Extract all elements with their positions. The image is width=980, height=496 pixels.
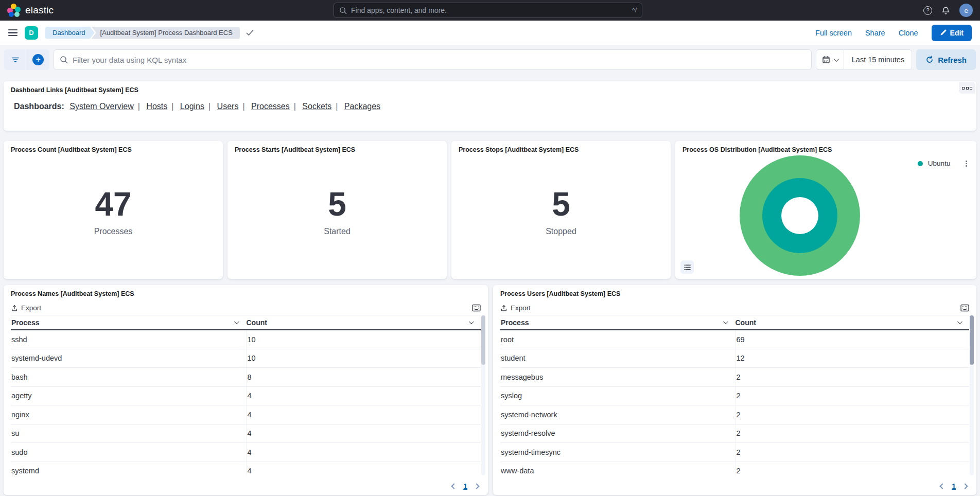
table-scrollbar[interactable] [481, 315, 485, 475]
column-header-process[interactable]: Process [500, 318, 735, 327]
link-system-overview[interactable]: System Overview [69, 102, 133, 111]
keyboard-shortcuts-icon[interactable] [472, 304, 481, 312]
user-avatar[interactable]: e [959, 4, 973, 17]
legend-toggle-button[interactable] [680, 260, 694, 274]
breadcrumb: Dashboard [Auditbeat System] Process Das… [45, 27, 254, 39]
table-body: root69 student12 messagebus2 syslog2 sys… [500, 330, 969, 475]
page-1-button[interactable]: 1 [952, 482, 956, 490]
global-search[interactable]: ^/ [334, 3, 642, 18]
calendar-icon [822, 56, 830, 64]
share-link[interactable]: Share [865, 29, 885, 37]
previous-page-button[interactable] [940, 483, 946, 489]
menu-icon[interactable] [8, 29, 18, 37]
full-screen-link[interactable]: Full screen [815, 29, 852, 37]
link-hosts[interactable]: Hosts [146, 102, 167, 111]
donut-hole [781, 197, 818, 234]
filter-actions-group: + [4, 49, 49, 70]
table-row: systemd-network2 [500, 405, 969, 424]
table-header-row: Process Count [11, 315, 481, 330]
global-search-input[interactable] [351, 6, 628, 14]
link-users[interactable]: Users [217, 102, 239, 111]
breadcrumb-dashboard[interactable]: Dashboard [45, 27, 95, 39]
keyboard-shortcuts-icon[interactable] [960, 304, 969, 312]
panel-dashboard-links: Dashboard Links [Auditbeat System] ECS D… [4, 81, 976, 131]
previous-page-button[interactable] [451, 483, 457, 489]
panel-options-icon[interactable] [959, 82, 975, 94]
stats-row: Process Count [Auditbeat System] ECS 47 … [4, 141, 976, 279]
table-row: bash8 [11, 368, 481, 387]
table-body: sshd10 systemd-udevd10 bash8 agetty4 ngi… [11, 330, 481, 475]
process-stops-value: 5 [552, 188, 570, 221]
link-logins[interactable]: Logins [180, 102, 204, 111]
space-badge[interactable]: D [25, 26, 38, 40]
column-header-count[interactable]: Count [246, 318, 481, 327]
plus-icon: + [32, 54, 44, 65]
export-button-label: Export [21, 304, 41, 312]
column-header-count[interactable]: Count [735, 318, 970, 327]
elastic-logo-icon [7, 4, 21, 17]
breadcrumb-current-dashboard[interactable]: [Auditbeat System] Process Dashboard ECS [92, 27, 240, 39]
table-row: nginx4 [11, 405, 481, 424]
chevron-down-icon [957, 319, 962, 324]
check-icon [246, 29, 254, 36]
filter-menu-button[interactable] [4, 49, 27, 70]
date-quick-select-button[interactable] [816, 49, 844, 70]
panel-process-starts: Process Starts [Auditbeat System] ECS 5 … [227, 141, 447, 279]
page-1-button[interactable]: 1 [463, 482, 467, 490]
export-button[interactable]: Export [11, 304, 41, 312]
process-stops-label: Stopped [546, 227, 576, 236]
chevron-down-icon [723, 319, 728, 324]
edit-button[interactable]: Edit [932, 25, 972, 41]
next-page-button[interactable] [474, 483, 479, 489]
legend-dot-ubuntu [918, 161, 923, 166]
scrollbar-thumb[interactable] [481, 315, 485, 365]
next-page-button[interactable] [962, 483, 968, 489]
table-header-row: Process Count [500, 315, 969, 330]
link-packages[interactable]: Packages [344, 102, 380, 111]
pagination: 1 [452, 482, 479, 490]
panel-title: Process Names [Auditbeat System] ECS [4, 285, 488, 297]
panel-title: Process OS Distribution [Auditbeat Syste… [675, 141, 976, 153]
kql-query-input[interactable] [73, 56, 806, 64]
help-icon[interactable]: ? [923, 6, 932, 15]
filter-icon [11, 56, 20, 64]
brand-text: elastic [25, 5, 54, 16]
process-starts-label: Started [324, 227, 351, 236]
table-row: www-data2 [500, 462, 969, 476]
table-row: root69 [500, 330, 969, 349]
table-row: agetty4 [11, 387, 481, 406]
navbar: D Dashboard [Auditbeat System] Process D… [0, 21, 980, 45]
table-row: student12 [500, 349, 969, 368]
process-count-label: Processes [94, 227, 133, 236]
table-row: syslog2 [500, 387, 969, 406]
clone-link[interactable]: Clone [899, 29, 918, 37]
panel-process-os-distribution: Process OS Distribution [Auditbeat Syste… [675, 141, 976, 279]
legend-options-icon[interactable] [965, 160, 968, 168]
donut-chart[interactable] [740, 155, 860, 276]
table-row: su4 [11, 424, 481, 444]
export-button[interactable]: Export [500, 304, 531, 312]
link-separator: | [138, 102, 140, 111]
link-sockets[interactable]: Sockets [302, 102, 331, 111]
newsfeed-icon[interactable] [941, 6, 950, 15]
panel-process-users: Process Users [Auditbeat System] ECS Exp… [493, 285, 976, 495]
scrollbar-thumb[interactable] [970, 315, 974, 365]
table-row: messagebus2 [500, 368, 969, 387]
column-header-process[interactable]: Process [11, 318, 246, 327]
pencil-icon [940, 29, 947, 36]
chevron-down-icon [834, 57, 839, 62]
export-icon [11, 305, 18, 312]
export-icon [500, 305, 507, 312]
elastic-logo[interactable]: elastic [7, 4, 54, 17]
time-picker: Last 15 minutes [816, 49, 912, 70]
time-range-label[interactable]: Last 15 minutes [844, 56, 912, 64]
add-filter-button[interactable]: + [27, 49, 50, 70]
refresh-button[interactable]: Refresh [916, 49, 976, 70]
edit-button-label: Edit [950, 29, 964, 37]
legend-label-ubuntu[interactable]: Ubuntu [928, 160, 951, 167]
kql-query-bar[interactable] [54, 49, 812, 70]
dashboards-label: Dashboards: [14, 102, 64, 111]
panel-title: Process Users [Auditbeat System] ECS [493, 285, 976, 297]
link-processes[interactable]: Processes [251, 102, 290, 111]
table-scrollbar[interactable] [970, 315, 974, 475]
